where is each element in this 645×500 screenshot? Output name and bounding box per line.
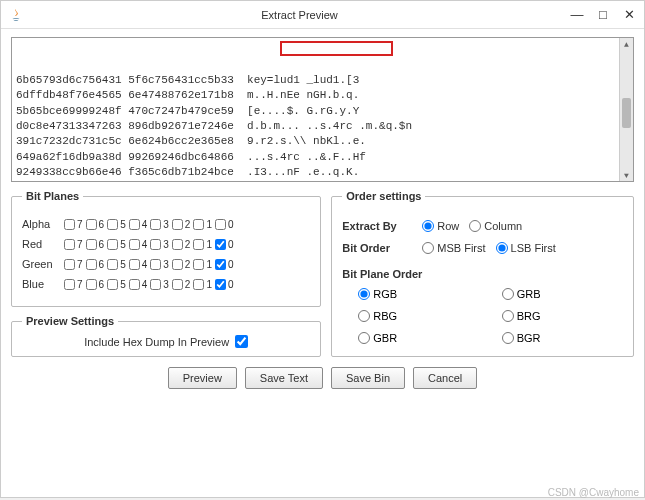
- bit-blue-4: 4: [129, 279, 148, 290]
- bit-blue-0: 0: [215, 279, 234, 290]
- bit-green-2: 2: [172, 259, 191, 270]
- plane-order-radio-bgr[interactable]: [502, 332, 514, 344]
- extract-by-label: Extract By: [342, 220, 422, 232]
- extract-by-radio-row[interactable]: [422, 220, 434, 232]
- bitplane-row-alpha: Alpha76543210: [22, 218, 310, 230]
- bit-checkbox-alpha-7[interactable]: [64, 219, 75, 230]
- plane-order-radio-rgb[interactable]: [358, 288, 370, 300]
- bit-checkbox-green-3[interactable]: [150, 259, 161, 270]
- bit-checkbox-red-6[interactable]: [86, 239, 97, 250]
- plane-order-rbg[interactable]: RBG: [358, 310, 479, 322]
- bit-checkbox-red-7[interactable]: [64, 239, 75, 250]
- minimize-button[interactable]: —: [570, 8, 584, 22]
- bit-checkbox-blue-1[interactable]: [193, 279, 204, 290]
- bitplane-row-blue: Blue76543210: [22, 278, 310, 290]
- bitplane-label-red: Red: [22, 238, 64, 250]
- bit-order-lsb-first[interactable]: LSB First: [496, 242, 556, 254]
- bit-red-5: 5: [107, 239, 126, 250]
- plane-order-bgr[interactable]: BGR: [502, 332, 623, 344]
- plane-order-radio-grb[interactable]: [502, 288, 514, 300]
- bitplanes-fieldset: Bit Planes Alpha76543210Red76543210Green…: [11, 190, 321, 307]
- bit-alpha-2: 2: [172, 219, 191, 230]
- extract-by-column[interactable]: Column: [469, 220, 522, 232]
- plane-order-brg[interactable]: BRG: [502, 310, 623, 322]
- scrollbar[interactable]: ▲ ▼: [619, 38, 633, 181]
- save-text-button[interactable]: Save Text: [245, 367, 323, 389]
- titlebar: Extract Preview — □ ✕: [1, 1, 644, 29]
- bit-alpha-5: 5: [107, 219, 126, 230]
- bit-alpha-7: 7: [64, 219, 83, 230]
- bit-green-4: 4: [129, 259, 148, 270]
- bit-checkbox-blue-4[interactable]: [129, 279, 140, 290]
- scroll-up-icon[interactable]: ▲: [622, 39, 631, 49]
- save-bin-button[interactable]: Save Bin: [331, 367, 405, 389]
- bit-checkbox-alpha-5[interactable]: [107, 219, 118, 230]
- plane-order-grb[interactable]: GRB: [502, 288, 623, 300]
- bit-checkbox-green-7[interactable]: [64, 259, 75, 270]
- extract-by-row[interactable]: Row: [422, 220, 459, 232]
- bit-checkbox-green-2[interactable]: [172, 259, 183, 270]
- extract-by-radio-column[interactable]: [469, 220, 481, 232]
- bit-checkbox-red-1[interactable]: [193, 239, 204, 250]
- bit-checkbox-red-3[interactable]: [150, 239, 161, 250]
- bit-checkbox-alpha-4[interactable]: [129, 219, 140, 230]
- include-hexdump-checkbox[interactable]: [235, 335, 248, 348]
- scroll-thumb[interactable]: [622, 98, 631, 128]
- bit-red-6: 6: [86, 239, 105, 250]
- window: Extract Preview — □ ✕ 6b65793d6c756431 5…: [0, 0, 645, 498]
- bit-checkbox-alpha-2[interactable]: [172, 219, 183, 230]
- bitplane-label-alpha: Alpha: [22, 218, 64, 230]
- bit-checkbox-alpha-0[interactable]: [215, 219, 226, 230]
- bit-checkbox-alpha-1[interactable]: [193, 219, 204, 230]
- button-bar: Preview Save Text Save Bin Cancel: [11, 357, 634, 399]
- cancel-button[interactable]: Cancel: [413, 367, 477, 389]
- scroll-down-icon[interactable]: ▼: [622, 170, 631, 180]
- bit-order-msb-first[interactable]: MSB First: [422, 242, 485, 254]
- bit-checkbox-red-4[interactable]: [129, 239, 140, 250]
- plane-order-radio-gbr[interactable]: [358, 332, 370, 344]
- plane-order-radio-rbg[interactable]: [358, 310, 370, 322]
- bit-red-0: 0: [215, 239, 234, 250]
- bit-order-radio-lsb-first[interactable]: [496, 242, 508, 254]
- plane-order-radio-brg[interactable]: [502, 310, 514, 322]
- bit-red-3: 3: [150, 239, 169, 250]
- bit-checkbox-blue-0[interactable]: [215, 279, 226, 290]
- bit-alpha-4: 4: [129, 219, 148, 230]
- bit-checkbox-green-1[interactable]: [193, 259, 204, 270]
- bit-checkbox-blue-2[interactable]: [172, 279, 183, 290]
- bit-green-1: 1: [193, 259, 212, 270]
- bit-green-0: 0: [215, 259, 234, 270]
- bit-checkbox-alpha-6[interactable]: [86, 219, 97, 230]
- window-controls: — □ ✕: [570, 8, 636, 22]
- bit-checkbox-alpha-3[interactable]: [150, 219, 161, 230]
- bit-checkbox-green-4[interactable]: [129, 259, 140, 270]
- plane-order-group: RGBGRBRBGBRGGBRBGR: [358, 288, 623, 344]
- plane-order-rgb[interactable]: RGB: [358, 288, 479, 300]
- hexdump-preview: 6b65793d6c756431 5f6c756431cc5b33 key=lu…: [11, 37, 634, 182]
- bit-checkbox-red-2[interactable]: [172, 239, 183, 250]
- close-button[interactable]: ✕: [622, 8, 636, 22]
- bitplanes-legend: Bit Planes: [22, 190, 83, 202]
- bit-checkbox-green-5[interactable]: [107, 259, 118, 270]
- bitplane-label-green: Green: [22, 258, 64, 270]
- bit-checkbox-blue-5[interactable]: [107, 279, 118, 290]
- bit-checkbox-red-0[interactable]: [215, 239, 226, 250]
- bit-checkbox-blue-3[interactable]: [150, 279, 161, 290]
- bit-checkbox-green-6[interactable]: [86, 259, 97, 270]
- bit-checkbox-red-5[interactable]: [107, 239, 118, 250]
- bit-checkbox-green-0[interactable]: [215, 259, 226, 270]
- preview-button[interactable]: Preview: [168, 367, 237, 389]
- bit-alpha-6: 6: [86, 219, 105, 230]
- bit-order-row: Bit Order MSB FirstLSB First: [342, 242, 623, 254]
- window-title: Extract Preview: [29, 9, 570, 21]
- bit-blue-7: 7: [64, 279, 83, 290]
- bit-checkbox-blue-7[interactable]: [64, 279, 75, 290]
- plane-order-gbr[interactable]: GBR: [358, 332, 479, 344]
- maximize-button[interactable]: □: [596, 8, 610, 22]
- bitplane-label-blue: Blue: [22, 278, 64, 290]
- bit-red-4: 4: [129, 239, 148, 250]
- bit-checkbox-blue-6[interactable]: [86, 279, 97, 290]
- bit-blue-1: 1: [193, 279, 212, 290]
- extract-by-row: Extract By RowColumn: [342, 220, 623, 232]
- bit-order-radio-msb-first[interactable]: [422, 242, 434, 254]
